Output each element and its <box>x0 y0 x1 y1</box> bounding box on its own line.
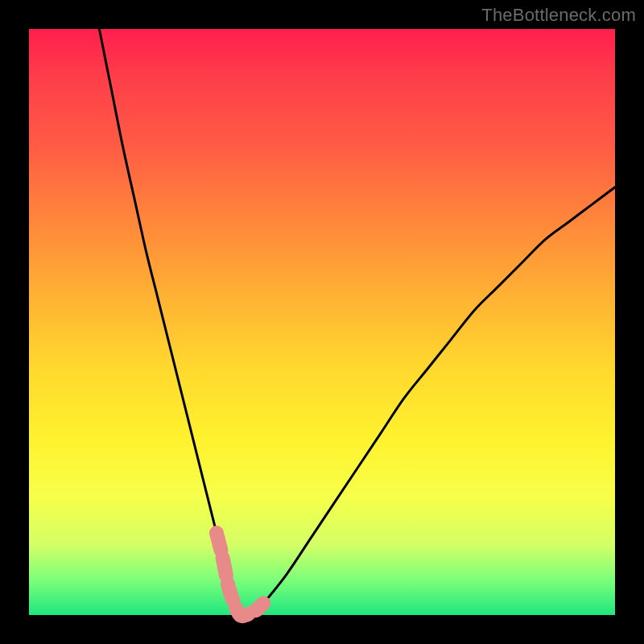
sweet-spot-highlight <box>217 533 263 616</box>
chart-container: TheBottleneck.com <box>0 0 644 644</box>
plot-area <box>29 29 615 615</box>
watermark-text: TheBottleneck.com <box>481 5 636 26</box>
bottleneck-curve <box>99 29 615 617</box>
curve-svg <box>29 29 615 615</box>
